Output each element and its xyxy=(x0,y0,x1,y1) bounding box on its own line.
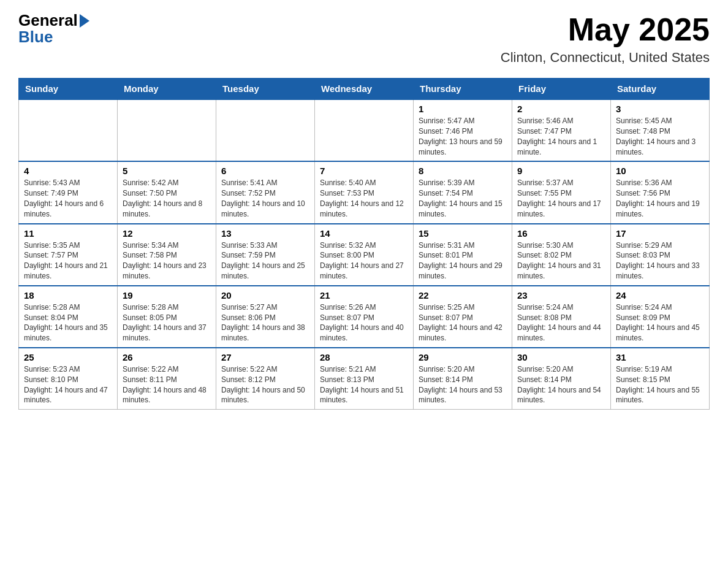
calendar-header-monday: Monday xyxy=(118,79,216,100)
day-info: Sunrise: 5:28 AMSunset: 8:04 PMDaylight:… xyxy=(24,302,112,343)
day-info: Sunrise: 5:26 AMSunset: 8:07 PMDaylight:… xyxy=(320,302,408,343)
calendar-cell: 3Sunrise: 5:45 AMSunset: 7:48 PMDaylight… xyxy=(611,99,710,161)
calendar-week-2: 4Sunrise: 5:43 AMSunset: 7:49 PMDaylight… xyxy=(19,161,710,223)
calendar-header-row: SundayMondayTuesdayWednesdayThursdayFrid… xyxy=(19,79,710,100)
day-number: 18 xyxy=(24,290,112,301)
calendar-cell: 13Sunrise: 5:33 AMSunset: 7:59 PMDayligh… xyxy=(216,224,315,286)
day-info: Sunrise: 5:22 AMSunset: 8:11 PMDaylight:… xyxy=(123,364,211,405)
day-number: 12 xyxy=(123,228,211,239)
day-number: 15 xyxy=(419,228,507,239)
page-header: General Blue May 2025 Clinton, Connectic… xyxy=(18,12,710,66)
calendar-cell: 23Sunrise: 5:24 AMSunset: 8:08 PMDayligh… xyxy=(512,286,611,348)
calendar-header-thursday: Thursday xyxy=(414,79,512,100)
calendar-cell: 28Sunrise: 5:21 AMSunset: 8:13 PMDayligh… xyxy=(315,348,414,410)
day-info: Sunrise: 5:24 AMSunset: 8:09 PMDaylight:… xyxy=(616,302,704,343)
day-number: 6 xyxy=(221,166,309,176)
calendar-cell: 19Sunrise: 5:28 AMSunset: 8:05 PMDayligh… xyxy=(118,286,216,348)
day-info: Sunrise: 5:32 AMSunset: 8:00 PMDaylight:… xyxy=(320,240,408,282)
day-number: 23 xyxy=(517,290,605,301)
day-number: 26 xyxy=(123,352,211,362)
day-number: 16 xyxy=(517,228,605,239)
day-info: Sunrise: 5:21 AMSunset: 8:13 PMDaylight:… xyxy=(320,364,408,405)
day-info: Sunrise: 5:20 AMSunset: 8:14 PMDaylight:… xyxy=(419,364,507,405)
day-number: 17 xyxy=(616,228,704,239)
calendar-cell: 31Sunrise: 5:19 AMSunset: 8:15 PMDayligh… xyxy=(611,348,710,410)
day-info: Sunrise: 5:22 AMSunset: 8:12 PMDaylight:… xyxy=(221,364,309,405)
location-text: Clinton, Connecticut, United States xyxy=(501,50,710,66)
day-info: Sunrise: 5:25 AMSunset: 8:07 PMDaylight:… xyxy=(419,302,507,343)
day-info: Sunrise: 5:20 AMSunset: 8:14 PMDaylight:… xyxy=(517,364,605,405)
calendar-table: SundayMondayTuesdayWednesdayThursdayFrid… xyxy=(18,78,710,410)
calendar-cell: 18Sunrise: 5:28 AMSunset: 8:04 PMDayligh… xyxy=(19,286,118,348)
calendar-cell: 10Sunrise: 5:36 AMSunset: 7:56 PMDayligh… xyxy=(611,161,710,223)
day-number: 27 xyxy=(221,352,309,362)
calendar-cell: 15Sunrise: 5:31 AMSunset: 8:01 PMDayligh… xyxy=(414,224,512,286)
calendar-cell: 25Sunrise: 5:23 AMSunset: 8:10 PMDayligh… xyxy=(19,348,118,410)
calendar-cell: 4Sunrise: 5:43 AMSunset: 7:49 PMDaylight… xyxy=(19,161,118,223)
month-title: May 2025 xyxy=(501,12,710,47)
day-info: Sunrise: 5:35 AMSunset: 7:57 PMDaylight:… xyxy=(24,240,112,282)
calendar-week-4: 18Sunrise: 5:28 AMSunset: 8:04 PMDayligh… xyxy=(19,286,710,348)
day-info: Sunrise: 5:36 AMSunset: 7:56 PMDaylight:… xyxy=(616,178,704,219)
day-info: Sunrise: 5:24 AMSunset: 8:08 PMDaylight:… xyxy=(517,302,605,343)
day-number: 31 xyxy=(616,352,704,362)
calendar-cell: 26Sunrise: 5:22 AMSunset: 8:11 PMDayligh… xyxy=(118,348,216,410)
day-number: 28 xyxy=(320,352,408,362)
day-info: Sunrise: 5:37 AMSunset: 7:55 PMDaylight:… xyxy=(517,178,605,219)
calendar-cell: 16Sunrise: 5:30 AMSunset: 8:02 PMDayligh… xyxy=(512,224,611,286)
calendar-header-sunday: Sunday xyxy=(19,79,118,100)
day-info: Sunrise: 5:41 AMSunset: 7:52 PMDaylight:… xyxy=(221,178,309,219)
day-info: Sunrise: 5:39 AMSunset: 7:54 PMDaylight:… xyxy=(419,178,507,219)
day-info: Sunrise: 5:30 AMSunset: 8:02 PMDaylight:… xyxy=(517,240,605,282)
day-number: 14 xyxy=(320,228,408,239)
day-info: Sunrise: 5:46 AMSunset: 7:47 PMDaylight:… xyxy=(517,116,605,157)
day-info: Sunrise: 5:29 AMSunset: 8:03 PMDaylight:… xyxy=(616,240,704,282)
calendar-cell: 21Sunrise: 5:26 AMSunset: 8:07 PMDayligh… xyxy=(315,286,414,348)
day-number: 13 xyxy=(221,228,309,239)
day-info: Sunrise: 5:42 AMSunset: 7:50 PMDaylight:… xyxy=(123,178,211,219)
day-number: 8 xyxy=(419,166,507,176)
day-info: Sunrise: 5:47 AMSunset: 7:46 PMDaylight:… xyxy=(419,116,507,157)
day-info: Sunrise: 5:45 AMSunset: 7:48 PMDaylight:… xyxy=(616,116,704,157)
day-number: 7 xyxy=(320,166,408,176)
day-number: 2 xyxy=(517,104,605,114)
day-info: Sunrise: 5:40 AMSunset: 7:53 PMDaylight:… xyxy=(320,178,408,219)
calendar-cell xyxy=(19,99,118,161)
day-info: Sunrise: 5:28 AMSunset: 8:05 PMDaylight:… xyxy=(123,302,211,343)
day-number: 24 xyxy=(616,290,704,301)
day-info: Sunrise: 5:34 AMSunset: 7:58 PMDaylight:… xyxy=(123,240,211,282)
day-number: 25 xyxy=(24,352,112,362)
calendar-header-friday: Friday xyxy=(512,79,611,100)
day-number: 19 xyxy=(123,290,211,301)
day-number: 1 xyxy=(419,104,507,114)
day-number: 11 xyxy=(24,228,112,239)
title-section: May 2025 Clinton, Connecticut, United St… xyxy=(501,12,710,66)
calendar-cell xyxy=(315,99,414,161)
day-number: 10 xyxy=(616,166,704,176)
calendar-week-5: 25Sunrise: 5:23 AMSunset: 8:10 PMDayligh… xyxy=(19,348,710,410)
logo-blue-text: Blue xyxy=(18,29,53,45)
calendar-cell: 1Sunrise: 5:47 AMSunset: 7:46 PMDaylight… xyxy=(414,99,512,161)
day-number: 22 xyxy=(419,290,507,301)
day-number: 21 xyxy=(320,290,408,301)
calendar-cell: 9Sunrise: 5:37 AMSunset: 7:55 PMDaylight… xyxy=(512,161,611,223)
calendar-cell: 17Sunrise: 5:29 AMSunset: 8:03 PMDayligh… xyxy=(611,224,710,286)
calendar-cell: 27Sunrise: 5:22 AMSunset: 8:12 PMDayligh… xyxy=(216,348,315,410)
calendar-cell: 22Sunrise: 5:25 AMSunset: 8:07 PMDayligh… xyxy=(414,286,512,348)
day-number: 4 xyxy=(24,166,112,176)
calendar-cell: 14Sunrise: 5:32 AMSunset: 8:00 PMDayligh… xyxy=(315,224,414,286)
day-number: 5 xyxy=(123,166,211,176)
day-number: 29 xyxy=(419,352,507,362)
calendar-cell: 12Sunrise: 5:34 AMSunset: 7:58 PMDayligh… xyxy=(118,224,216,286)
calendar-cell xyxy=(118,99,216,161)
calendar-cell: 30Sunrise: 5:20 AMSunset: 8:14 PMDayligh… xyxy=(512,348,611,410)
day-number: 9 xyxy=(517,166,605,176)
logo-general-text: General xyxy=(18,12,89,29)
calendar-week-3: 11Sunrise: 5:35 AMSunset: 7:57 PMDayligh… xyxy=(19,224,710,286)
calendar-cell xyxy=(216,99,315,161)
day-number: 30 xyxy=(517,352,605,362)
calendar-cell: 8Sunrise: 5:39 AMSunset: 7:54 PMDaylight… xyxy=(414,161,512,223)
day-info: Sunrise: 5:31 AMSunset: 8:01 PMDaylight:… xyxy=(419,240,507,282)
calendar-header-tuesday: Tuesday xyxy=(216,79,315,100)
calendar-cell: 20Sunrise: 5:27 AMSunset: 8:06 PMDayligh… xyxy=(216,286,315,348)
